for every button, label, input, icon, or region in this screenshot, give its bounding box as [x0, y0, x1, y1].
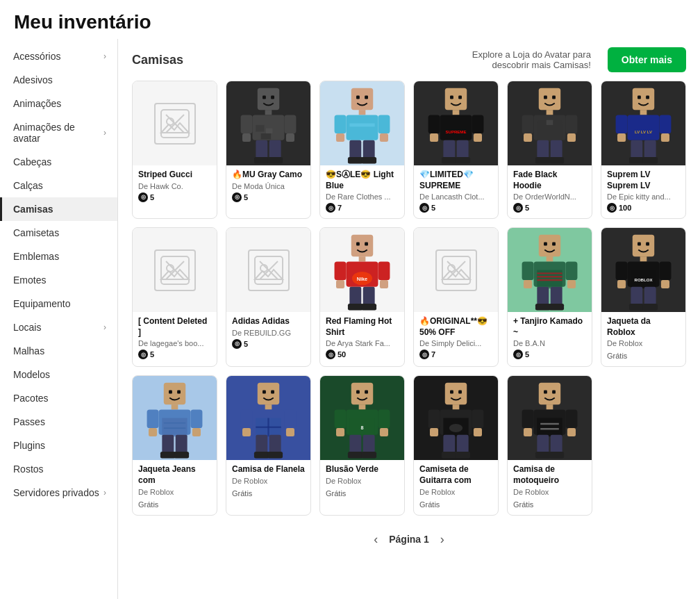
item-card-camisa-flanela[interactable]: Camisa de Flanela De Roblox Grátis: [226, 375, 311, 515]
main-content: Camisas Explore a Loja do Avatar parades…: [118, 39, 700, 599]
svg-rect-25: [349, 124, 374, 127]
svg-rect-27: [336, 133, 344, 142]
item-info: + Tanjiro Kamado ~ De B.A.N ◎ 5: [508, 312, 592, 365]
svg-rect-167: [267, 452, 283, 459]
item-price-value: 50: [338, 350, 346, 359]
item-creator: De Epic kitty and...: [607, 192, 680, 201]
svg-rect-106: [552, 243, 556, 246]
svg-rect-146: [190, 410, 202, 429]
svg-rect-196: [442, 452, 457, 459]
svg-rect-213: [549, 452, 564, 459]
next-page-arrow[interactable]: ›: [440, 532, 444, 547]
svg-rect-55: [522, 115, 534, 133]
sidebar-item-modelos[interactable]: Modelos: [0, 363, 117, 386]
sidebar-item-label: Adesivos: [13, 74, 53, 85]
svg-rect-132: [631, 287, 642, 306]
item-creator: De REBUILD.GG: [232, 329, 305, 337]
item-info: 🔥MU Gray Camo De Moda Única ◎ 5: [226, 165, 310, 208]
item-card-adidas[interactable]: Adidas Adidas De REBUILD.GG ◎ 5: [226, 227, 311, 367]
item-creator: De Roblox: [326, 477, 399, 485]
svg-rect-206: [522, 410, 534, 429]
sidebar-item-label: Animações: [13, 98, 61, 109]
sidebar-item-acessorios[interactable]: Acessórios ›: [0, 44, 117, 68]
sidebar-item-animacoes[interactable]: Animações: [0, 92, 117, 115]
sidebar-item-malhas[interactable]: Malhas: [0, 339, 117, 363]
item-card-blusao-verde[interactable]: 8 Blusão Verde De Roblox Grátis: [319, 375, 405, 515]
prev-page-arrow[interactable]: ‹: [374, 532, 378, 547]
svg-rect-22: [365, 96, 368, 99]
svg-rect-184: [450, 391, 453, 394]
sidebar-item-adesivos[interactable]: Adesivos: [0, 68, 117, 92]
item-card-jaqueta-roblox[interactable]: ROBLOX Jaqueta da Roblox De Roblox Gráti…: [601, 227, 686, 367]
item-creator: De Arya Stark Fa...: [326, 339, 399, 347]
item-thumbnail: [226, 81, 310, 165]
sidebar-item-camisas[interactable]: Camisas: [0, 197, 117, 221]
svg-rect-155: [265, 405, 272, 410]
svg-rect-166: [254, 452, 269, 459]
item-card-suprem-lv[interactable]: LV LV LV Suprem LV Suprem LV De Epic kit…: [601, 81, 686, 219]
svg-rect-37: [453, 110, 460, 115]
sidebar-item-locais[interactable]: Locais ›: [0, 315, 117, 339]
get-more-button[interactable]: Obter mais: [608, 47, 686, 72]
svg-rect-17: [269, 140, 281, 159]
svg-rect-133: [644, 287, 656, 306]
sidebar-item-plugins[interactable]: Plugins: [0, 434, 117, 457]
sidebar-item-label: Malhas: [13, 345, 44, 356]
sidebar-item-camisetas[interactable]: Camisetas: [0, 221, 117, 245]
item-card-camiseta-guitarra[interactable]: Camiseta de Guitarra com De Roblox Gráti…: [413, 375, 499, 515]
sidebar-item-label: Emblemas: [13, 251, 59, 262]
sidebar-item-calcas[interactable]: Calças: [0, 174, 117, 197]
svg-rect-99: [361, 304, 376, 311]
item-card-camisa-moto[interactable]: Camisa de motoqueiro De Roblox Grátis: [507, 375, 592, 515]
item-card-supreme[interactable]: SUPREME 💎LIMITED💎 SUPREME De Lancasth Cl…: [413, 81, 499, 219]
item-card-mu-gray-camo[interactable]: 🔥MU Gray Camo De Moda Única ◎ 5: [226, 81, 311, 219]
item-price-value: 5: [150, 193, 154, 202]
item-card-original-50off[interactable]: 🔥ORIGINAL**😎50% OFF De Simply Delici... …: [413, 227, 499, 367]
item-card-fade-black[interactable]: Fade Black Hoodie De OrderWorldN... ◎ 5: [507, 81, 592, 219]
svg-rect-147: [192, 428, 201, 436]
item-card-tanjiro[interactable]: + Tanjiro Kamado ~ De B.A.N ◎ 5: [507, 227, 592, 367]
item-card-red-flaming[interactable]: Nike Red Flaming Hot Shirt De Arya Stark…: [319, 227, 405, 367]
item-name: + Tanjiro Kamado ~: [513, 316, 586, 338]
svg-rect-124: [640, 256, 647, 261]
sidebar-item-cabecas[interactable]: Cabeças: [0, 150, 117, 174]
sidebar-item-emotes[interactable]: Emotes: [0, 268, 117, 292]
svg-text:SUPREME: SUPREME: [446, 130, 467, 134]
svg-rect-186: [453, 405, 460, 410]
sidebar-item-servidores-privados[interactable]: Servidores privados ›: [0, 481, 117, 504]
sidebar-item-passes[interactable]: Passes: [0, 410, 117, 434]
item-price-value: 100: [619, 204, 631, 212]
svg-rect-40: [428, 115, 440, 133]
svg-rect-14: [284, 115, 296, 133]
svg-rect-150: [160, 452, 176, 459]
svg-rect-122: [638, 243, 641, 246]
sidebar-item-equipamento[interactable]: Equipamento: [0, 292, 117, 315]
svg-rect-198: [539, 383, 560, 404]
svg-rect-151: [174, 452, 189, 459]
svg-rect-183: [445, 383, 467, 404]
robux-icon: ◎: [232, 192, 242, 202]
svg-rect-58: [567, 133, 576, 142]
item-card-jaqueta-jeans[interactable]: Jaqueta Jeans com De Roblox Grátis: [132, 375, 217, 515]
svg-rect-181: [348, 452, 363, 459]
sidebar-item-emblemas[interactable]: Emblemas: [0, 245, 117, 268]
sidebar-item-pacotes[interactable]: Pacotes: [0, 386, 117, 410]
item-price-value: 7: [431, 350, 435, 359]
item-card-striped-gucci[interactable]: Striped Gucci De Hawk Co. ◎ 5: [132, 81, 217, 219]
sidebar-item-label: Modelos: [13, 369, 50, 380]
svg-rect-210: [537, 435, 549, 454]
svg-rect-212: [535, 452, 551, 459]
svg-rect-23: [359, 110, 366, 115]
sidebar-item-rostos[interactable]: Rostos: [0, 457, 117, 481]
item-card-light-blue[interactable]: 😎SⒶLE😎 Light Blue De Rare Clothes ... ◎ …: [319, 81, 405, 219]
item-card-content-deleted[interactable]: [ Content Deleted ] De lagegae's boo... …: [132, 227, 217, 367]
svg-rect-137: [169, 391, 172, 394]
svg-rect-54: [547, 120, 553, 125]
sidebar-item-animacoes-avatar[interactable]: Animações de avatar ›: [0, 115, 117, 150]
item-name: Blusão Verde: [326, 464, 399, 475]
item-creator: De Roblox: [419, 488, 492, 496]
item-creator: De Roblox: [138, 488, 211, 496]
sidebar-item-label: Plugins: [13, 440, 45, 451]
item-thumbnail: 8: [320, 376, 404, 460]
robux-icon: ◎: [138, 350, 148, 359]
